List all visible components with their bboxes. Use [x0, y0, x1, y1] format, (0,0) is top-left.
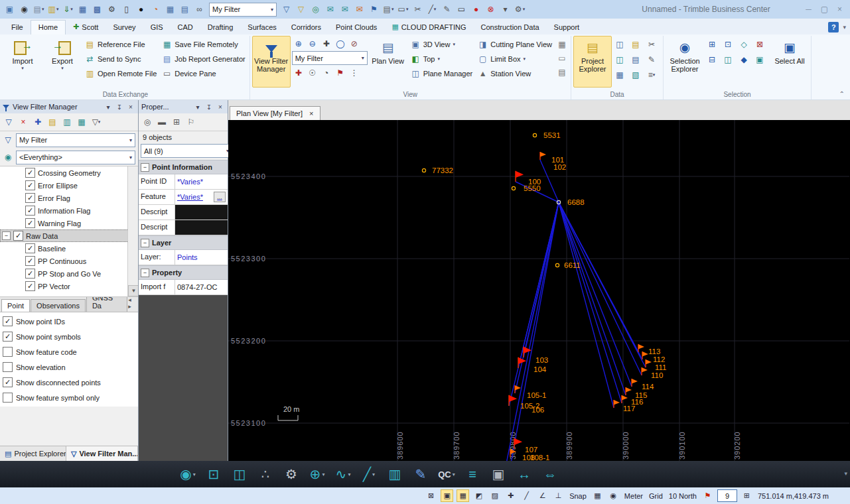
plan-view-tab[interactable]: Plan View [My Filter] ×: [230, 106, 320, 120]
tab-point-clouds[interactable]: Point Clouds: [328, 21, 384, 34]
section-header-property[interactable]: −Property: [139, 265, 228, 280]
checkbox[interactable]: [25, 256, 35, 266]
export-button[interactable]: → Export ▾: [43, 36, 82, 88]
view-filter-manager-tab[interactable]: ▽View Filter Man...: [66, 446, 138, 461]
checkbox[interactable]: [25, 218, 35, 228]
option-show-elevation[interactable]: Show elevation: [3, 362, 135, 372]
pin-icon[interactable]: ↧: [204, 103, 214, 111]
option-show-feature-symbol-only[interactable]: Show feature symbol only: [3, 393, 135, 403]
data-pen-icon[interactable]: ✎: [645, 53, 658, 66]
plan-view-button[interactable]: ▤ Plan View: [369, 36, 407, 88]
tab-scroll-arrows[interactable]: ◂ ▸: [128, 296, 137, 312]
send-to-sync-button[interactable]: ⇄Send to Sync: [83, 52, 159, 66]
tree-item-baseline[interactable]: Baseline: [0, 242, 138, 255]
snip-icon[interactable]: ●: [134, 3, 148, 16]
mail-alert-icon[interactable]: ✉: [352, 3, 366, 16]
collapse-icon[interactable]: −: [141, 163, 149, 172]
device-icon[interactable]: ▯: [119, 3, 133, 16]
compass-icon[interactable]: ◎: [309, 3, 322, 16]
tab-cad[interactable]: CAD: [171, 21, 200, 34]
background-map-icon[interactable]: ◉▾: [178, 464, 198, 485]
checkbox[interactable]: [25, 180, 35, 190]
station-view-button[interactable]: ▲Station View: [476, 66, 554, 80]
monitor-grid-icon[interactable]: ◫: [613, 38, 626, 50]
checkbox[interactable]: [25, 281, 35, 291]
tree-item-raw-data[interactable]: −Raw Data: [0, 229, 138, 242]
tab-observations[interactable]: Observations: [31, 299, 86, 312]
select-polygon-icon[interactable]: ◇: [737, 38, 750, 50]
checkbox[interactable]: [25, 206, 35, 216]
open-file-icon[interactable]: ▥▾: [46, 3, 60, 16]
record-icon[interactable]: ●: [469, 3, 483, 16]
stop-icon[interactable]: ⊗: [484, 3, 498, 16]
zoom-off-icon[interactable]: ⊘: [348, 37, 361, 50]
data-grid-icon[interactable]: ▦: [613, 68, 626, 81]
draw-quick-icon[interactable]: ✎: [440, 3, 454, 16]
zoom-extents-icon[interactable]: ◯: [334, 37, 347, 50]
measure-quick-icon[interactable]: ╱▾: [425, 3, 439, 16]
hatch-mode-icon[interactable]: ▨: [488, 489, 501, 502]
selection-combo[interactable]: All (9) ▾: [141, 144, 232, 158]
checkbox[interactable]: [13, 231, 23, 241]
tab-construction-data[interactable]: Construction Data: [474, 21, 547, 34]
filter-options-icon[interactable]: ▽▾: [90, 116, 103, 129]
dual-view-icon[interactable]: ◫: [230, 464, 249, 485]
plan-canvas[interactable]: 3896003897003898003899003900003901003902…: [228, 120, 849, 464]
gear-dd-icon[interactable]: ⚙▾: [513, 3, 527, 16]
date-icon[interactable]: ⊞: [741, 489, 753, 502]
tree-item-error-ellipse[interactable]: Error Ellipse: [0, 179, 138, 192]
ortho-mode-icon[interactable]: ▣: [441, 489, 453, 502]
minimize-button[interactable]: ─: [806, 5, 812, 14]
tree-item-information-flag[interactable]: Information Flag: [0, 204, 138, 217]
tree-item-warning-flag[interactable]: Warning Flag: [0, 217, 138, 229]
tab-drafting[interactable]: Drafting: [200, 21, 241, 34]
layers-yellow-icon[interactable]: ▤: [46, 116, 59, 129]
tree-item-pp-stop-and-go-ve[interactable]: PP Stop and Go Ve: [0, 267, 138, 280]
select-saved-icon[interactable]: ▣: [753, 53, 766, 66]
tab-point[interactable]: Point: [1, 299, 30, 312]
grid-view-icon[interactable]: ▦: [163, 3, 177, 16]
tab-home[interactable]: Home: [31, 20, 66, 34]
open-remote-file-button[interactable]: ▥Open Remote File: [83, 66, 159, 80]
panel-menu-icon[interactable]: ▾: [104, 103, 113, 111]
data-sheet-icon[interactable]: ▤: [629, 38, 642, 50]
close-icon[interactable]: ×: [126, 103, 135, 111]
layers-stack-icon[interactable]: ▦: [75, 116, 88, 129]
checkbox[interactable]: [3, 347, 13, 357]
data-cut-icon[interactable]: ✂: [645, 38, 658, 50]
orbit-icon[interactable]: ☉: [306, 66, 319, 79]
reference-file-button[interactable]: ▤Reference File: [83, 37, 159, 51]
checkbox[interactable]: [3, 362, 13, 372]
tab-cloud-drafting[interactable]: ▦CLOUD DRAFTING: [384, 20, 473, 34]
close-icon[interactable]: ×: [216, 103, 225, 111]
monitor2-icon[interactable]: ◫: [613, 53, 626, 66]
zoom-out-icon[interactable]: ⊖: [306, 37, 319, 50]
property-value[interactable]: [175, 205, 228, 220]
measure-tool-icon[interactable]: ╱▾: [359, 464, 379, 485]
fit-width-icon[interactable]: ↔: [514, 464, 534, 485]
project-explorer-tab[interactable]: ▤Project Explorer: [0, 446, 66, 461]
print-icon[interactable]: ▭▾: [396, 3, 410, 16]
option-show-disconnected-points[interactable]: Show disconnected points: [3, 377, 135, 387]
line-snap-icon[interactable]: ╱: [520, 489, 533, 502]
select-similar-icon[interactable]: ◆: [737, 53, 750, 66]
checkbox[interactable]: [3, 377, 13, 387]
settings-icon[interactable]: ⚙: [105, 3, 119, 16]
tree-item-pp-continuous[interactable]: PP Continuous: [0, 255, 138, 267]
select-all-button[interactable]: ▣ Select All: [770, 36, 809, 88]
checkbox[interactable]: [25, 193, 35, 203]
point-snap-icon[interactable]: ✚: [504, 489, 517, 502]
qc-button[interactable]: QC▾: [437, 464, 457, 485]
extra-tool-icon[interactable]: ▾: [498, 3, 512, 16]
perpendicular-snap-icon[interactable]: ⊥: [552, 489, 565, 502]
section-header-layer[interactable]: −Layer: [139, 235, 228, 250]
toolbar-scroll-icon[interactable]: ▾: [844, 470, 847, 477]
filter-blue-icon[interactable]: ▽: [279, 3, 293, 16]
point-label-6611[interactable]: 6611: [564, 261, 581, 269]
tab-scott[interactable]: ✚Scott: [66, 20, 106, 34]
job-report-generator-button[interactable]: ▤Job Report Generator: [160, 52, 247, 66]
ribbon-collapse-icon[interactable]: ⌃: [839, 90, 845, 97]
point-label-111[interactable]: 111: [655, 363, 666, 371]
fit-window-icon[interactable]: ⇔: [540, 464, 560, 485]
checkbox[interactable]: [25, 168, 35, 178]
